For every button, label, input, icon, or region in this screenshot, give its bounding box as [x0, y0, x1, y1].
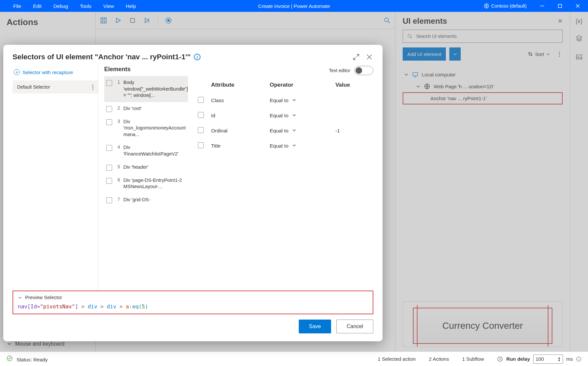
menu-tools[interactable]: Tools [75, 2, 97, 10]
checkbox[interactable] [106, 119, 112, 125]
checkbox[interactable] [198, 112, 204, 118]
text-editor-label: Text editor [329, 68, 350, 73]
selector-preview-text: nav[Id="pivotsNav"] > div > div > a:eq(5… [18, 303, 368, 310]
status-run-delay: Run delay 100 ▲▼ ms [497, 354, 581, 364]
elements-list[interactable]: 1Body 'window["_webWorkerBundle"] = ""; … [104, 76, 190, 261]
preview-selector-toggle[interactable]: Preview Selector [18, 295, 368, 300]
checkbox[interactable] [198, 127, 204, 133]
checkbox[interactable] [106, 165, 112, 171]
main-menu: File Edit Debug Tools View Help [3, 2, 141, 10]
cancel-button[interactable]: Cancel [336, 320, 373, 333]
check-icon [7, 357, 14, 362]
clock-icon [497, 356, 503, 362]
title-bar: File Edit Debug Tools View Help Create i… [0, 0, 588, 12]
checkbox[interactable] [106, 145, 112, 151]
element-row[interactable]: 6Div 'page-DS-EntryPoint1-2 MSNewsLayout… [104, 174, 188, 193]
menu-help[interactable]: Help [121, 2, 141, 10]
chevron-down-icon[interactable] [292, 143, 296, 149]
attributes-table: Attribute Operator Value ClassEqual to I… [196, 78, 373, 154]
selectors-list-column: + Selector with recapture Default Select… [13, 66, 98, 291]
checkbox[interactable] [198, 97, 204, 103]
plus-icon: + [14, 69, 20, 75]
chevron-down-icon[interactable] [292, 98, 296, 103]
element-row[interactable]: 1Body 'window["_webWorkerBundle"] = ""; … [104, 76, 188, 102]
status-selected-action: 1 Selected action [378, 356, 416, 362]
status-subflow-count: 1 Subflow [462, 356, 484, 362]
element-row[interactable]: 3Div 'msn_logomsnmoneyAccount mana... [104, 115, 188, 141]
default-selector-item[interactable]: Default Selector [13, 80, 98, 94]
selector-item-more-icon[interactable] [92, 85, 93, 90]
checkbox[interactable] [198, 142, 204, 148]
expand-icon[interactable] [352, 53, 360, 61]
element-row[interactable]: 5Div 'header' [104, 161, 188, 174]
checkbox[interactable] [106, 178, 112, 184]
checkbox[interactable] [106, 80, 112, 86]
close-dialog-icon[interactable] [365, 53, 373, 61]
text-editor-toggle[interactable] [354, 66, 373, 75]
svg-rect-1 [558, 4, 562, 8]
status-actions-count: 2 Actions [429, 356, 449, 362]
menu-view[interactable]: View [98, 2, 119, 10]
chevron-down-icon[interactable] [292, 113, 296, 119]
elements-header: Elements [104, 66, 190, 73]
menu-edit[interactable]: Edit [28, 2, 47, 10]
window-minimize[interactable] [535, 0, 550, 12]
menu-debug[interactable]: Debug [48, 2, 73, 10]
element-row[interactable]: 4Div 'FinanceWatchlistPageV2' [104, 141, 188, 160]
tenant-picker[interactable]: Contoso (default) [483, 3, 527, 9]
chevron-down-icon[interactable] [292, 128, 296, 134]
attr-row[interactable]: IdEqual to [196, 108, 373, 123]
preview-selector-box: Preview Selector nav[Id="pivotsNav"] > d… [13, 291, 373, 314]
elements-column: Elements 1Body 'window["_webWorkerBundle… [104, 66, 190, 291]
info-icon[interactable]: i [194, 54, 201, 60]
window-close[interactable] [570, 0, 585, 12]
info-icon[interactable] [576, 356, 581, 362]
save-button[interactable]: Save [299, 320, 331, 333]
attributes-column: Text editor Attribute Operator Value Cla… [196, 66, 373, 291]
element-row[interactable]: 2Div 'root' [104, 102, 188, 115]
checkbox[interactable] [106, 106, 112, 112]
element-row[interactable]: 7Div 'grid-DS- [104, 193, 188, 207]
attr-row[interactable]: OrdinalEqual to-1 [196, 123, 373, 138]
selector-with-recapture-button[interactable]: + Selector with recapture [13, 66, 98, 80]
checkbox[interactable] [106, 197, 112, 203]
menu-file[interactable]: File [8, 2, 26, 10]
selectors-dialog: Selectors of UI element "Anchor 'nav ...… [3, 45, 383, 341]
dialog-title: Selectors of UI element "Anchor 'nav ...… [13, 53, 191, 61]
attr-row[interactable]: TitleEqual to [196, 138, 373, 154]
spinner-icon[interactable]: ▲▼ [558, 356, 561, 362]
status-bar: Status: Ready 1 Selected action 2 Action… [0, 352, 588, 366]
window-maximize[interactable] [552, 0, 568, 12]
status-ready: Status: Ready [7, 355, 47, 362]
attr-row[interactable]: ClassEqual to [196, 93, 373, 108]
run-delay-input[interactable]: 100 ▲▼ [533, 354, 563, 364]
window-title: Create invoice | Power Automate [258, 3, 330, 9]
